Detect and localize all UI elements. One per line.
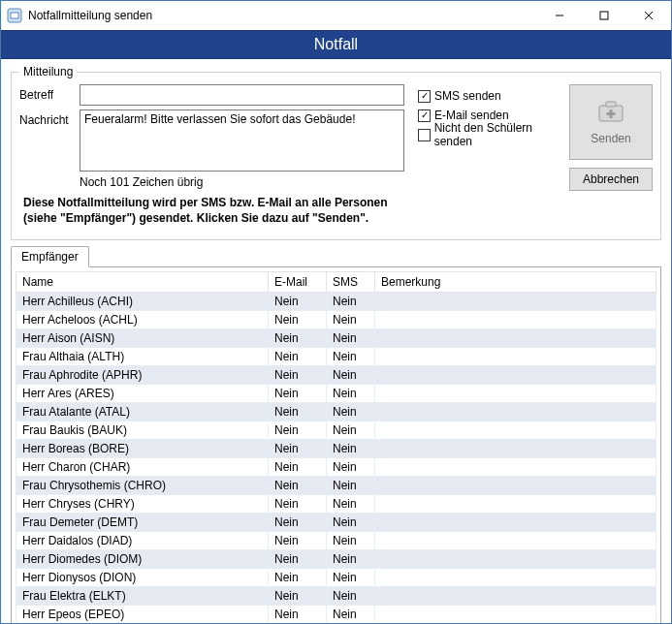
cell-email: Nein xyxy=(269,477,327,495)
cell-remark xyxy=(375,532,656,550)
svg-rect-3 xyxy=(600,12,608,19)
tab-recipients[interactable]: Empfänger xyxy=(11,246,89,267)
svg-rect-7 xyxy=(606,102,616,107)
remaining-chars: Noch 101 Zeichen übrig xyxy=(80,175,404,189)
table-row[interactable]: Frau Chrysothemis (CHRO)NeinNein xyxy=(16,477,656,495)
col-header-remark[interactable]: Bemerkung xyxy=(375,272,656,293)
checkbox-not-students[interactable]: Nicht den Schülern senden xyxy=(418,125,569,144)
cell-email: Nein xyxy=(269,587,327,606)
cell-remark xyxy=(375,293,656,311)
cell-name: Herr Chryses (CHRY) xyxy=(16,495,269,514)
cell-sms: Nein xyxy=(327,532,375,550)
close-button[interactable] xyxy=(626,1,671,30)
cell-remark xyxy=(375,587,656,606)
svg-rect-9 xyxy=(607,112,616,115)
table-row[interactable]: Frau Elektra (ELKT)NeinNein xyxy=(16,587,656,606)
cell-remark xyxy=(375,421,656,440)
table-row[interactable]: Herr Acheloos (ACHL)NeinNein xyxy=(16,311,656,329)
cell-remark xyxy=(375,403,656,421)
cell-email: Nein xyxy=(269,311,327,329)
cell-remark xyxy=(375,311,656,329)
app-icon xyxy=(7,8,22,23)
subject-label: Betreff xyxy=(19,84,80,106)
table-row[interactable]: Herr Ares (ARES)NeinNein xyxy=(16,385,656,403)
maximize-button[interactable] xyxy=(582,1,626,30)
cell-remark xyxy=(375,477,656,495)
col-header-name[interactable]: Name xyxy=(16,272,269,293)
cell-sms: Nein xyxy=(327,440,375,458)
checkbox-email-label: E-Mail senden xyxy=(434,109,509,122)
table-row[interactable]: Herr Charon (CHAR)NeinNein xyxy=(16,458,656,477)
cell-name: Frau Chrysothemis (CHRO) xyxy=(16,477,269,495)
cell-email: Nein xyxy=(269,606,327,623)
cell-name: Frau Aphrodite (APHR) xyxy=(16,366,269,385)
cell-name: Herr Boreas (BORE) xyxy=(16,440,269,458)
cell-email: Nein xyxy=(269,293,327,311)
table-row[interactable]: Frau Althaia (ALTH)NeinNein xyxy=(16,348,656,366)
cell-sms: Nein xyxy=(327,458,375,477)
table-row[interactable]: Herr Achilleus (ACHI)NeinNein xyxy=(16,293,656,311)
table-row[interactable]: Herr Boreas (BORE)NeinNein xyxy=(16,440,656,458)
col-header-sms[interactable]: SMS xyxy=(327,272,375,293)
table-row[interactable]: Herr Epeos (EPEO)NeinNein xyxy=(16,606,656,623)
message-input[interactable]: Feueralarm! Bitte verlassen Sie sofort d… xyxy=(80,109,404,172)
cell-remark xyxy=(375,440,656,458)
tab-recipients-label: Empfänger xyxy=(21,250,79,264)
checkbox-sms[interactable]: ✓ SMS senden xyxy=(418,86,569,106)
recipients-grid-scroll[interactable]: Name E-Mail SMS Bemerkung Herr Achilleus… xyxy=(16,271,656,622)
cell-name: Herr Dionysos (DION) xyxy=(16,569,269,587)
cell-sms: Nein xyxy=(327,514,375,532)
cell-name: Frau Atalante (ATAL) xyxy=(16,403,269,421)
col-header-email[interactable]: E-Mail xyxy=(269,272,327,293)
cell-name: Herr Acheloos (ACHL) xyxy=(16,311,269,329)
table-row[interactable]: Herr Dionysos (DION)NeinNein xyxy=(16,569,656,587)
cell-remark xyxy=(375,329,656,348)
table-row[interactable]: Frau Atalante (ATAL)NeinNein xyxy=(16,403,656,421)
cell-sms: Nein xyxy=(327,366,375,385)
table-row[interactable]: Frau Aphrodite (APHR)NeinNein xyxy=(16,366,656,385)
cancel-button[interactable]: Abbrechen xyxy=(569,168,653,191)
medkit-icon xyxy=(597,100,624,126)
subject-input[interactable] xyxy=(80,84,404,106)
banner: Notfall xyxy=(1,30,671,59)
cell-sms: Nein xyxy=(327,606,375,623)
cell-email: Nein xyxy=(269,366,327,385)
table-row[interactable]: Herr Aison (AISN)NeinNein xyxy=(16,329,656,348)
cell-remark xyxy=(375,348,656,366)
cell-sms: Nein xyxy=(327,421,375,440)
cell-sms: Nein xyxy=(327,495,375,514)
table-row[interactable]: Herr Diomedes (DIOM)NeinNein xyxy=(16,550,656,569)
cell-email: Nein xyxy=(269,569,327,587)
checkbox-sms-label: SMS senden xyxy=(434,89,501,103)
check-icon: ✓ xyxy=(418,109,431,122)
cell-name: Frau Baukis (BAUK) xyxy=(16,421,269,440)
cell-email: Nein xyxy=(269,514,327,532)
minimize-button[interactable] xyxy=(537,1,582,30)
message-label: Nachricht xyxy=(19,109,80,172)
table-row[interactable]: Frau Demeter (DEMT)NeinNein xyxy=(16,514,656,532)
cell-sms: Nein xyxy=(327,348,375,366)
cell-sms: Nein xyxy=(327,311,375,329)
cell-email: Nein xyxy=(269,458,327,477)
cell-email: Nein xyxy=(269,403,327,421)
cell-name: Herr Achilleus (ACHI) xyxy=(16,293,269,311)
recipients-grid: Name E-Mail SMS Bemerkung Herr Achilleus… xyxy=(16,271,656,622)
cell-name: Frau Demeter (DEMT) xyxy=(16,514,269,532)
cell-name: Frau Althaia (ALTH) xyxy=(16,348,269,366)
cell-name: Herr Epeos (EPEO) xyxy=(16,606,269,623)
svg-rect-1 xyxy=(11,13,18,18)
table-row[interactable]: Herr Daidalos (DIAD)NeinNein xyxy=(16,532,656,550)
send-button[interactable]: Senden xyxy=(569,84,653,160)
table-row[interactable]: Frau Baukis (BAUK)NeinNein xyxy=(16,421,656,440)
cell-sms: Nein xyxy=(327,587,375,606)
banner-title: Notfall xyxy=(314,36,358,53)
table-row[interactable]: Herr Chryses (CHRY)NeinNein xyxy=(16,495,656,514)
cancel-button-label: Abbrechen xyxy=(583,172,639,186)
cell-sms: Nein xyxy=(327,569,375,587)
cell-email: Nein xyxy=(269,385,327,403)
cell-remark xyxy=(375,385,656,403)
cell-remark xyxy=(375,495,656,514)
cell-name: Herr Diomedes (DIOM) xyxy=(16,550,269,569)
titlebar[interactable]: Notfallmitteilung senden xyxy=(1,1,671,30)
recipients-panel: Name E-Mail SMS Bemerkung Herr Achilleus… xyxy=(11,266,661,624)
